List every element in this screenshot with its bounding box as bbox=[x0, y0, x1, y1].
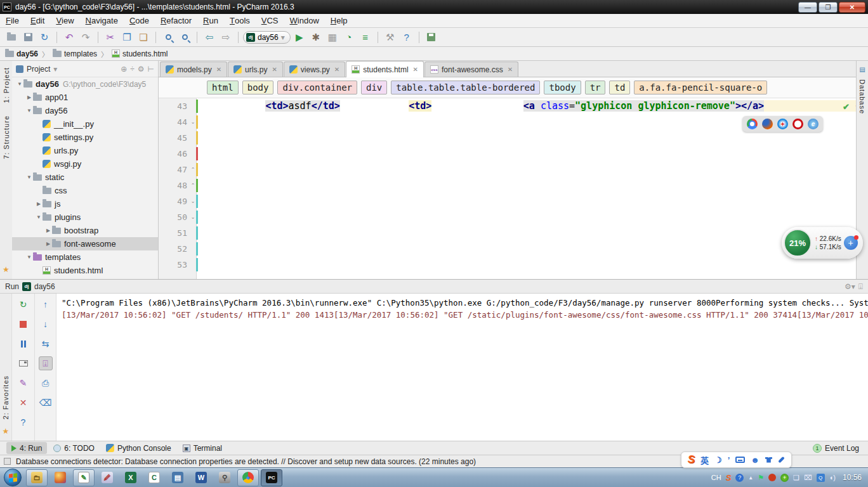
database-tool-tab[interactable]: Database bbox=[858, 79, 866, 114]
debug-icon[interactable]: ✱ bbox=[308, 30, 324, 45]
tab-models-py[interactable]: models.py✕ bbox=[160, 62, 227, 77]
tab-close-icon[interactable]: ✕ bbox=[216, 66, 221, 73]
paste-icon[interactable]: ❏ bbox=[136, 30, 151, 45]
settings-wrench-icon[interactable]: ⚒ bbox=[383, 30, 398, 45]
tree-item-static[interactable]: ▼static bbox=[12, 171, 158, 184]
run-icon[interactable]: ▶ bbox=[292, 30, 307, 45]
menu-view[interactable]: View bbox=[50, 14, 79, 27]
toolwindow-toggle-icon[interactable] bbox=[4, 458, 11, 465]
save-icon[interactable] bbox=[20, 30, 36, 45]
rerun-icon[interactable]: ↻ bbox=[16, 297, 30, 311]
up-stack-trace-icon[interactable]: ↑ bbox=[39, 297, 53, 311]
sogou-tray-icon[interactable]: S bbox=[726, 473, 732, 483]
event-log-button[interactable]: 1 Event Log bbox=[808, 442, 864, 454]
fold-marker[interactable]: ⌃ bbox=[190, 167, 196, 172]
start-button[interactable] bbox=[4, 469, 22, 486]
tag-crumb-div[interactable]: div bbox=[361, 81, 387, 94]
antivirus-shield-icon[interactable]: + bbox=[780, 474, 789, 482]
tag-crumb-td[interactable]: td bbox=[609, 81, 630, 94]
tag-crumb-body[interactable]: body bbox=[242, 81, 274, 94]
memory-percent-ball[interactable]: 21% bbox=[784, 229, 812, 257]
soft-wrap-icon[interactable]: ⇆ bbox=[39, 337, 53, 351]
language-indicator[interactable]: CH bbox=[711, 474, 721, 481]
code-line-44[interactable]: <td> bbox=[340, 100, 432, 112]
avatar-icon[interactable]: ☻ bbox=[751, 455, 760, 465]
language-mode-icon[interactable]: 英 bbox=[700, 454, 709, 466]
tree-expand-arrow[interactable]: ▼ bbox=[16, 81, 23, 87]
pause-icon[interactable] bbox=[16, 337, 30, 351]
toolwindow-tab-6-TODO[interactable]: 6: TODO bbox=[48, 442, 100, 454]
menu-edit[interactable]: Edit bbox=[25, 14, 50, 27]
code-line-43[interactable]: <td>asdf</td> bbox=[197, 100, 340, 112]
profiler-icon[interactable]: ◔ bbox=[341, 30, 357, 45]
print-icon[interactable]: ⎙ bbox=[39, 376, 53, 390]
tree-item-plugins[interactable]: ▼plugins bbox=[12, 211, 158, 224]
menu-code[interactable]: Code bbox=[124, 14, 155, 27]
stop-icon[interactable] bbox=[16, 317, 30, 331]
project-panel-title[interactable]: Project bbox=[27, 65, 50, 74]
menu-refactor[interactable]: Refactor bbox=[155, 14, 197, 27]
tag-crumb-table-table-table-bordered[interactable]: table.table.table-bordered bbox=[391, 81, 540, 94]
editor-gutter[interactable]: 4344⌄454647⌃48⌃49⌄50⌄515253 bbox=[159, 98, 197, 279]
tree-expand-arrow[interactable]: ▼ bbox=[25, 174, 33, 180]
taskbar-app-c-editor[interactable]: C bbox=[143, 469, 165, 486]
messenger-icon[interactable]: Q bbox=[817, 474, 825, 482]
tree-item-settings-py[interactable]: settings.py bbox=[12, 131, 158, 144]
toolwindow-tab-Terminal[interactable]: ▣Terminal bbox=[178, 442, 227, 454]
toolwindow-tab-Python-Console[interactable]: Python Console bbox=[101, 442, 176, 454]
project-structure-icon[interactable] bbox=[424, 30, 439, 45]
firefox-browser-icon[interactable] bbox=[762, 119, 773, 129]
breadcrumb-item-students.html[interactable]: Hstudents.html bbox=[112, 49, 168, 58]
down-stack-trace-icon[interactable]: ↓ bbox=[39, 317, 53, 331]
tree-item-font-awesome[interactable]: ▶font-awesome bbox=[12, 237, 158, 250]
windows-stack-icon[interactable]: ❏ bbox=[793, 474, 799, 482]
tab-close-icon[interactable]: ✕ bbox=[334, 66, 339, 73]
punctuation-icon[interactable]: ’ bbox=[728, 455, 730, 465]
taskbar-app-chrome[interactable]: ● bbox=[237, 469, 259, 486]
taskbar-app-media-ball[interactable] bbox=[49, 469, 71, 486]
taskbar-app-pycharm[interactable]: PC bbox=[261, 469, 282, 486]
menu-file[interactable]: File bbox=[0, 14, 25, 27]
clear-all-icon[interactable]: ⌫ bbox=[39, 396, 53, 410]
tree-item-students-html[interactable]: Hstudents.html bbox=[12, 264, 158, 277]
tab-close-icon[interactable]: ✕ bbox=[413, 66, 418, 73]
code-line-45[interactable]: <a class="glyphicon glyphicon-remove"></… bbox=[431, 100, 764, 112]
hide-panel-icon[interactable]: ⊢ bbox=[148, 65, 154, 74]
chrome-browser-icon[interactable] bbox=[747, 119, 758, 129]
fold-marker[interactable]: ⌄ bbox=[190, 198, 196, 204]
tree-item-templates[interactable]: ▼templates bbox=[12, 250, 158, 264]
taskbar-app-word[interactable]: W bbox=[190, 469, 212, 486]
hide-run-panel-icon[interactable]: ⍗ bbox=[858, 282, 863, 291]
console-output[interactable]: "C:\Program Files (x86)\JetBrains\PyChar… bbox=[56, 294, 868, 441]
find-icon[interactable] bbox=[161, 30, 176, 45]
tree-item-css[interactable]: css bbox=[12, 184, 158, 197]
taskbar-app-floppy-app[interactable]: ▤ bbox=[167, 469, 188, 486]
console-help-icon[interactable]: ? bbox=[16, 415, 30, 429]
moon-mode-icon[interactable]: ☽ bbox=[714, 455, 722, 465]
tree-expand-arrow[interactable]: ▼ bbox=[35, 214, 43, 220]
menu-window[interactable]: Window bbox=[284, 14, 325, 27]
scroll-to-end-icon[interactable]: ⍗ bbox=[39, 356, 53, 370]
tree-item--init-py[interactable]: __init__.py bbox=[12, 117, 158, 131]
tab-font-awesome-css[interactable]: cssfont-awesome.css✕ bbox=[424, 62, 518, 77]
safari-browser-icon[interactable]: ✦ bbox=[777, 119, 788, 129]
tree-item-day56[interactable]: ▼day56 bbox=[12, 104, 158, 117]
tree-item-urls-py[interactable]: urls.py bbox=[12, 144, 158, 157]
tab-close-icon[interactable]: ✕ bbox=[272, 66, 277, 73]
redo-icon[interactable]: ↷ bbox=[78, 30, 93, 45]
tree-collapse-arrow[interactable]: ▶ bbox=[25, 94, 33, 100]
coverage-icon[interactable]: ▦ bbox=[325, 30, 340, 45]
pin-icon[interactable]: ✎ bbox=[16, 376, 30, 390]
tab-close-icon[interactable]: ✕ bbox=[508, 66, 513, 73]
breadcrumb-item-templates[interactable]: templates bbox=[53, 49, 97, 58]
ie-browser-icon[interactable]: e bbox=[808, 119, 819, 129]
tree-collapse-arrow[interactable]: ▶ bbox=[44, 228, 52, 233]
taskbar-clock[interactable]: 10:56 bbox=[843, 473, 862, 482]
sogou-settings-icon[interactable] bbox=[778, 457, 785, 464]
restore-layout-icon[interactable] bbox=[16, 356, 30, 370]
back-icon[interactable]: ⇦ bbox=[202, 30, 217, 45]
menu-help[interactable]: Help bbox=[325, 14, 353, 27]
close-console-icon[interactable]: ✕ bbox=[16, 396, 30, 410]
tag-crumb-tbody[interactable]: tbody bbox=[544, 81, 581, 94]
fold-marker[interactable]: ⌃ bbox=[190, 183, 196, 188]
